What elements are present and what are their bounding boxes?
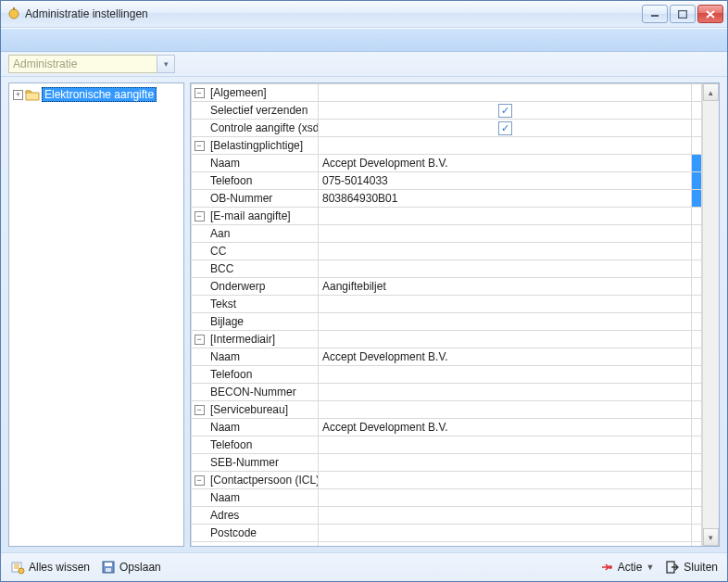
chevron-down-icon[interactable]: ▾ xyxy=(157,55,175,73)
property-group-header[interactable]: −[Contactpersoon (ICL)] xyxy=(192,472,702,489)
row-indicator xyxy=(692,260,702,278)
property-row[interactable]: Telefoon075-5014033 xyxy=(192,172,702,190)
property-label: SEB-Nummer xyxy=(207,454,319,472)
property-label: Onderwerp xyxy=(207,278,319,296)
property-row[interactable]: Adres xyxy=(192,507,702,525)
collapse-icon[interactable]: − xyxy=(195,211,205,221)
property-value[interactable] xyxy=(319,243,692,260)
toolbar: ▾ xyxy=(1,52,727,77)
property-value[interactable]: ✓ xyxy=(319,102,692,120)
property-value[interactable] xyxy=(319,313,692,331)
row-indicator xyxy=(692,120,702,137)
property-value[interactable] xyxy=(319,542,692,547)
vertical-scrollbar[interactable]: ▴ ▾ xyxy=(702,83,719,546)
property-row[interactable]: NaamAccept Development B.V. xyxy=(192,348,702,366)
property-row[interactable]: Controle aangifte (xsd)✓ xyxy=(192,120,702,137)
property-row[interactable]: NaamAccept Development B.V. xyxy=(192,419,702,436)
row-indicator xyxy=(692,313,702,331)
collapse-icon[interactable]: − xyxy=(195,475,205,486)
property-label: BCC xyxy=(207,260,319,278)
checkbox-icon[interactable]: ✓ xyxy=(498,121,512,135)
property-row[interactable]: Telefoon xyxy=(192,436,702,454)
close-footer-button[interactable]: Sluiten xyxy=(665,560,718,575)
property-group-header[interactable]: −[Belastingplichtige] xyxy=(192,137,702,155)
clear-all-button[interactable]: Alles wissen xyxy=(10,560,90,575)
group-name: [E-mail aangifte] xyxy=(207,208,319,225)
row-indicator xyxy=(692,542,702,547)
property-group-header[interactable]: −[Algemeen] xyxy=(192,84,702,102)
property-value[interactable]: 803864930B01 xyxy=(319,190,692,208)
property-value[interactable]: Accept Development B.V. xyxy=(319,348,692,366)
svg-point-9 xyxy=(609,565,612,569)
property-value[interactable]: Aangiftebiljet xyxy=(319,278,692,296)
property-row[interactable]: OnderwerpAangiftebiljet xyxy=(192,278,702,296)
row-indicator xyxy=(692,454,702,472)
checkbox-icon[interactable]: ✓ xyxy=(498,104,512,118)
property-panel: −[Algemeen]Selectief verzenden✓Controle … xyxy=(190,82,720,547)
property-label: Selectief verzenden xyxy=(207,102,319,120)
property-value[interactable]: ✓ xyxy=(319,120,692,137)
property-row[interactable]: Aan xyxy=(192,225,702,243)
maximize-button[interactable] xyxy=(670,5,696,23)
property-row[interactable]: Postcode xyxy=(192,525,702,542)
property-row[interactable]: SEB-Nummer xyxy=(192,454,702,472)
property-value[interactable] xyxy=(319,454,692,472)
tree-root-row[interactable]: + Elektronische aangifte xyxy=(13,87,180,102)
property-group-header[interactable]: −[E-mail aangifte] xyxy=(192,208,702,225)
save-button[interactable]: Opslaan xyxy=(101,560,161,575)
scroll-track[interactable] xyxy=(703,101,719,528)
collapse-icon[interactable]: − xyxy=(195,405,205,415)
property-value[interactable] xyxy=(319,296,692,313)
property-row[interactable]: OB-Nummer803864930B01 xyxy=(192,190,702,208)
property-value[interactable]: 075-5014033 xyxy=(319,172,692,190)
property-row[interactable]: NaamAccept Development B.V. xyxy=(192,155,702,172)
property-row[interactable]: Telefoon xyxy=(192,366,702,384)
scroll-down-arrow-icon[interactable]: ▾ xyxy=(703,528,719,546)
property-group-header[interactable]: −[Intermediair] xyxy=(192,331,702,348)
property-row[interactable]: BECON-Nummer xyxy=(192,384,702,401)
collapse-icon[interactable]: − xyxy=(195,141,205,151)
app-window: Administratie instellingen ▾ + xyxy=(0,0,728,582)
property-row[interactable]: Tekst xyxy=(192,296,702,313)
minimize-button[interactable] xyxy=(642,5,668,23)
tree-expander-icon[interactable]: + xyxy=(13,90,23,100)
collapse-icon[interactable]: − xyxy=(195,335,205,345)
property-grid[interactable]: −[Algemeen]Selectief verzenden✓Controle … xyxy=(191,83,702,546)
row-indicator xyxy=(692,225,702,243)
window-title: Administratie instellingen xyxy=(25,7,642,20)
row-indicator xyxy=(692,155,702,172)
property-row[interactable]: CC xyxy=(192,243,702,260)
property-value[interactable] xyxy=(319,489,692,507)
property-value[interactable] xyxy=(319,436,692,454)
property-row[interactable]: BCC xyxy=(192,260,702,278)
tree-panel: + Elektronische aangifte xyxy=(8,82,184,547)
admin-combo[interactable]: ▾ xyxy=(8,55,175,73)
scroll-up-arrow-icon[interactable]: ▴ xyxy=(703,83,719,101)
collapse-icon[interactable]: − xyxy=(195,88,205,98)
property-value[interactable] xyxy=(319,507,692,525)
exit-icon xyxy=(665,560,680,575)
property-row[interactable]: Bijlage xyxy=(192,313,702,331)
property-value[interactable] xyxy=(319,384,692,401)
property-value[interactable] xyxy=(319,260,692,278)
property-row[interactable]: Woonplaats xyxy=(192,542,702,547)
row-indicator xyxy=(692,384,702,401)
property-row[interactable]: Selectief verzenden✓ xyxy=(192,102,702,120)
svg-rect-7 xyxy=(105,563,112,566)
property-value[interactable] xyxy=(319,225,692,243)
property-value[interactable] xyxy=(319,366,692,384)
property-group-header[interactable]: −[Servicebureau] xyxy=(192,401,702,419)
save-label: Opslaan xyxy=(119,561,161,574)
property-label: Telefoon xyxy=(207,172,319,190)
group-name: [Servicebureau] xyxy=(207,401,319,419)
clear-all-label: Alles wissen xyxy=(29,561,90,574)
property-value[interactable] xyxy=(319,525,692,542)
admin-combo-input[interactable] xyxy=(8,55,157,73)
property-value[interactable]: Accept Development B.V. xyxy=(319,155,692,172)
property-value[interactable]: Accept Development B.V. xyxy=(319,419,692,436)
action-button[interactable]: Actie ▼ xyxy=(599,560,655,575)
close-button[interactable] xyxy=(697,5,723,23)
property-row[interactable]: Naam xyxy=(192,489,702,507)
action-label: Actie xyxy=(618,561,643,574)
property-label: Adres xyxy=(207,507,319,525)
